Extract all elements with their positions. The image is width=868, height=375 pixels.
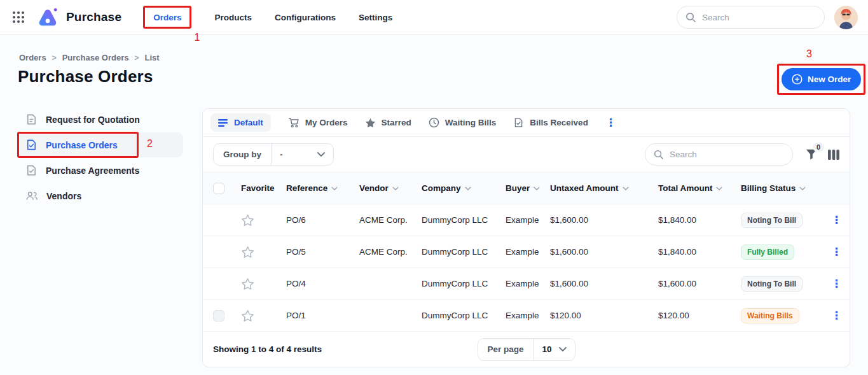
cell-reference[interactable]: PO/6 <box>286 215 359 225</box>
column-header-buyer[interactable]: Buyer <box>506 183 550 193</box>
document-check-icon <box>513 117 524 128</box>
row-actions-kebab-icon[interactable]: ⋮ <box>831 246 847 257</box>
column-header-favorite: Favorite <box>241 183 286 193</box>
annotation-step-3: 3 <box>806 48 812 60</box>
tab-label: Waiting Bills <box>445 118 497 127</box>
row-actions-kebab-icon[interactable]: ⋮ <box>831 215 847 225</box>
breadcrumb-separator: > <box>134 53 139 62</box>
nav-item-settings[interactable]: Settings <box>359 13 392 22</box>
annotation-step-2: 2 <box>147 138 153 150</box>
chevron-down-icon <box>534 187 540 190</box>
tab-default[interactable]: Default <box>210 113 271 132</box>
breadcrumb-list[interactable]: List <box>144 53 159 62</box>
table-row[interactable]: PO/5 ACME Corp. DummyCorp LLC Example $1… <box>203 236 850 268</box>
table-footer: Showing 1 to 4 of 4 results Per page 10 <box>203 332 850 367</box>
cell-reference[interactable]: PO/1 <box>286 311 359 320</box>
column-header-company[interactable]: Company <box>422 183 506 193</box>
plus-circle-icon <box>792 74 803 85</box>
per-page-label: Per page <box>478 339 533 360</box>
row-checkbox[interactable] <box>213 310 224 322</box>
star-icon <box>365 118 376 128</box>
cell-untaxed-amount: $1,600.00 <box>550 247 658 257</box>
global-search-input[interactable] <box>702 13 816 22</box>
tab-waiting-bills[interactable]: Waiting Bills <box>429 117 497 128</box>
per-page-control: Per page 10 <box>477 338 575 361</box>
group-by-select[interactable]: - <box>272 144 333 165</box>
favorite-star-icon[interactable] <box>241 278 286 290</box>
annotation-step-1: 1 <box>195 32 200 43</box>
group-by-control: Group by - <box>213 143 334 166</box>
cell-untaxed-amount: $120.00 <box>550 311 658 320</box>
filter-count-badge: 0 <box>813 143 824 152</box>
cell-buyer: Example <box>506 215 550 225</box>
favorite-star-icon[interactable] <box>241 246 286 258</box>
nav-item-configurations[interactable]: Configurations <box>275 13 336 22</box>
list-search-input[interactable] <box>670 150 784 159</box>
per-page-select[interactable]: 10 <box>534 339 575 360</box>
cell-company: DummyCorp LLC <box>422 311 506 320</box>
search-icon <box>685 12 696 23</box>
page-title: Purchase Orders <box>18 67 153 87</box>
chevron-down-icon <box>392 187 399 190</box>
cell-company: DummyCorp LLC <box>422 279 506 288</box>
column-header-billing-status[interactable]: Billing Status <box>741 183 831 193</box>
clock-icon <box>429 117 439 128</box>
cell-total-amount: $1,840.00 <box>658 215 741 225</box>
tabs-more-kebab-icon[interactable]: ⋮ <box>605 117 616 128</box>
sidebar-item-label: Request for Quotation <box>46 115 140 125</box>
column-header-reference[interactable]: Reference <box>286 183 359 193</box>
apps-grid-icon[interactable] <box>11 10 25 24</box>
annotation-box-orders: Orders 1 <box>143 6 191 29</box>
tab-bills-received[interactable]: Bills Received <box>513 117 588 128</box>
list-toolbar: Group by - 0 <box>203 137 850 173</box>
table-row[interactable]: PO/6 ACME Corp. DummyCorp LLC Example $1… <box>203 204 850 236</box>
sidebar-item-purchase-orders[interactable]: Purchase Orders 2 <box>18 132 183 157</box>
chevron-down-icon <box>799 187 806 190</box>
favorite-star-icon[interactable] <box>241 309 286 322</box>
column-header-total-amount[interactable]: Total Amount <box>658 183 741 193</box>
table-header: Favorite Reference Vendor Company Buyer … <box>203 173 850 204</box>
breadcrumb-separator: > <box>52 53 57 62</box>
sidebar-item-purchase-agreements[interactable]: Purchase Agreements <box>18 158 183 183</box>
breadcrumb: Orders > Purchase Orders > List <box>19 53 160 62</box>
new-order-button[interactable]: New Order <box>782 68 861 90</box>
app-logo-icon[interactable] <box>37 6 59 28</box>
cart-icon <box>288 117 300 128</box>
results-summary: Showing 1 to 4 of 4 results <box>213 344 322 354</box>
row-actions-kebab-icon[interactable]: ⋮ <box>831 278 847 289</box>
sidebar: Request for Quotation Purchase Orders 2 … <box>18 107 183 209</box>
cell-company: DummyCorp LLC <box>422 247 506 257</box>
table-row[interactable]: PO/1 DummyCorp LLC Example $120.00 $120.… <box>203 300 850 332</box>
favorite-star-icon[interactable] <box>241 214 286 227</box>
breadcrumb-purchase-orders[interactable]: Purchase Orders <box>62 53 129 62</box>
cell-vendor: ACME Corp. <box>359 215 422 225</box>
table-row[interactable]: PO/4 DummyCorp LLC Example $1,600.00 $1,… <box>203 268 850 300</box>
cell-buyer: Example <box>506 311 550 320</box>
cell-total-amount: $1,600.00 <box>658 279 741 288</box>
row-actions-kebab-icon[interactable]: ⋮ <box>831 310 847 321</box>
tab-label: Default <box>234 118 263 127</box>
sidebar-item-label: Purchase Orders <box>46 140 118 150</box>
search-icon <box>654 150 664 160</box>
column-header-vendor[interactable]: Vendor <box>359 183 422 193</box>
sidebar-item-vendors[interactable]: Vendors <box>18 183 183 208</box>
cell-reference[interactable]: PO/5 <box>286 247 359 257</box>
breadcrumb-orders[interactable]: Orders <box>19 53 46 62</box>
select-all-checkbox[interactable] <box>213 183 224 194</box>
top-navigation: Orders 1 Products Configurations Setting… <box>143 6 392 29</box>
group-by-label: Group by <box>214 144 271 165</box>
filter-button[interactable]: 0 <box>806 149 817 160</box>
column-header-untaxed-amount[interactable]: Untaxed Amount <box>550 183 658 193</box>
cell-reference[interactable]: PO/4 <box>286 279 359 288</box>
purchase-orders-panel: Default My Orders Starred <box>202 108 850 367</box>
document-lines-icon <box>25 113 38 125</box>
tab-starred[interactable]: Starred <box>365 118 411 128</box>
tab-my-orders[interactable]: My Orders <box>288 117 348 128</box>
sidebar-item-request-for-quotation[interactable]: Request for Quotation <box>18 107 183 132</box>
column-settings-button[interactable] <box>828 150 839 160</box>
tab-label: Bills Received <box>530 118 588 127</box>
billing-status-badge: Noting To Bill <box>741 213 803 228</box>
nav-item-orders[interactable]: Orders <box>153 13 181 22</box>
nav-item-products[interactable]: Products <box>214 13 252 22</box>
user-avatar[interactable] <box>834 6 858 29</box>
